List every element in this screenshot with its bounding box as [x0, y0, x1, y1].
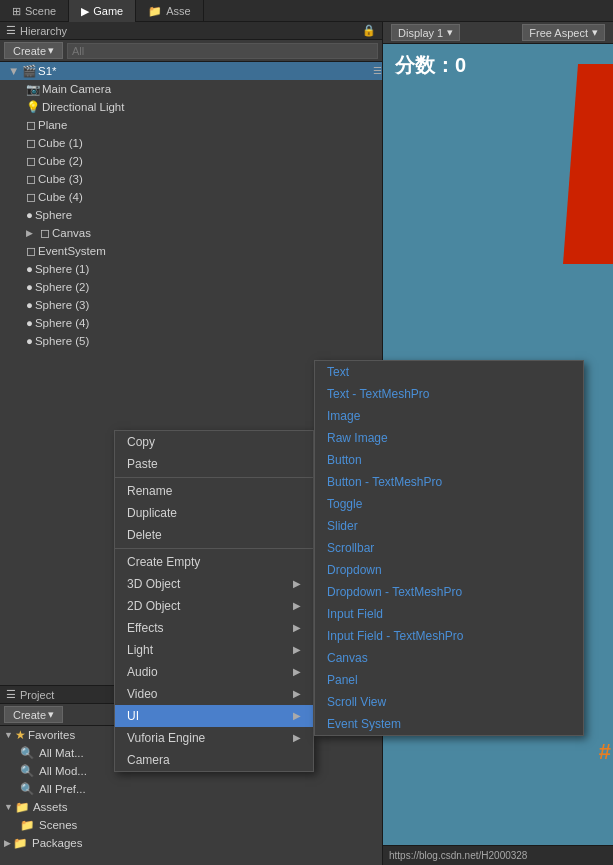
tree-item-sphere3[interactable]: ● Sphere (3) — [0, 296, 382, 314]
ctx-ui-scrollbar[interactable]: Scrollbar — [315, 537, 583, 559]
favorites-star: ★ — [15, 726, 26, 744]
tree-item-sphere5[interactable]: ● Sphere (5) — [0, 332, 382, 350]
tree-item-directional-light[interactable]: 💡 Directional Light — [0, 98, 382, 116]
submenu-arrow: ▶ — [293, 705, 301, 727]
project-item-scenes[interactable]: 📁 Scenes — [0, 816, 382, 834]
ctx-ui-image[interactable]: Image — [315, 405, 583, 427]
folder-icon: 📁 — [20, 816, 34, 834]
ctx-ui-text-tmp[interactable]: Text - TextMeshPro — [315, 383, 583, 405]
project-item-all-prefabs[interactable]: 🔍 All Pref... — [0, 780, 382, 798]
scene-menu-icon: ☰ — [373, 62, 382, 80]
ctx-rename[interactable]: Rename — [115, 480, 313, 502]
ctx-copy[interactable]: Copy — [115, 431, 313, 453]
ctx-ui-button-tmp[interactable]: Button - TextMeshPro — [315, 471, 583, 493]
sphere-icon: ● — [26, 296, 33, 314]
ctx-paste[interactable]: Paste — [115, 453, 313, 475]
tree-item-cube2[interactable]: ◻ Cube (2) — [0, 152, 382, 170]
collapse-arrow: ▼ — [8, 62, 20, 80]
folder-icon: 📁 — [13, 834, 27, 852]
cube-icon: ◻ — [26, 170, 36, 188]
ctx-ui-canvas[interactable]: Canvas — [315, 647, 583, 669]
ctx-ui-panel[interactable]: Panel — [315, 669, 583, 691]
dropdown-chevron: ▾ — [447, 26, 453, 39]
ctx-2dobject[interactable]: 2D Object ▶ — [115, 595, 313, 617]
context-menu-right: Text Text - TextMeshPro Image Raw Image … — [314, 360, 584, 736]
display-row: Display 1 ▾ Free Aspect ▾ — [383, 22, 613, 44]
tree-item-sphere1[interactable]: ● Sphere (1) — [0, 260, 382, 278]
cube-icon: ◻ — [26, 152, 36, 170]
ctx-create-empty[interactable]: Create Empty — [115, 551, 313, 573]
sphere-icon: ● — [26, 260, 33, 278]
submenu-arrow: ▶ — [293, 617, 301, 639]
ctx-ui-button[interactable]: Button — [315, 449, 583, 471]
sphere-icon: ● — [26, 278, 33, 296]
dropdown-icon: ▾ — [48, 44, 54, 57]
context-menu-left: Copy Paste Rename Duplicate Delete Creat… — [114, 430, 314, 772]
cube-icon: ◻ — [26, 134, 36, 152]
url-bar: https://blog.csdn.net/H2000328 — [383, 845, 613, 865]
assets-arrow: ▼ — [4, 798, 13, 816]
ctx-ui-dropdown[interactable]: Dropdown — [315, 559, 583, 581]
tree-item-sphere[interactable]: ● Sphere — [0, 206, 382, 224]
ctx-ui-event-system[interactable]: Event System — [315, 713, 583, 735]
ctx-video[interactable]: Video ▶ — [115, 683, 313, 705]
ctx-divider2 — [115, 548, 313, 549]
ctx-ui-raw-image[interactable]: Raw Image — [315, 427, 583, 449]
tree-item-sphere2[interactable]: ● Sphere (2) — [0, 278, 382, 296]
project-item-packages[interactable]: ▶ 📁 Packages — [0, 834, 382, 852]
ctx-ui-input-field-tmp[interactable]: Input Field - TextMeshPro — [315, 625, 583, 647]
tree-item-plane[interactable]: ◻ Plane — [0, 116, 382, 134]
project-item-assets[interactable]: ▼ 📁 Assets — [0, 798, 382, 816]
ctx-light[interactable]: Light ▶ — [115, 639, 313, 661]
ctx-ui-dropdown-tmp[interactable]: Dropdown - TextMeshPro — [315, 581, 583, 603]
ctx-delete[interactable]: Delete — [115, 524, 313, 546]
hierarchy-header: ☰ Hierarchy 🔒 — [0, 22, 382, 40]
ctx-vuforia[interactable]: Vuforia Engine ▶ — [115, 727, 313, 749]
folder-icon: 📁 — [15, 798, 29, 816]
canvas-arrow: ▶ — [26, 224, 38, 242]
ctx-ui[interactable]: UI ▶ — [115, 705, 313, 727]
submenu-arrow: ▶ — [293, 727, 301, 749]
camera-icon: 📷 — [26, 80, 40, 98]
tree-item-main-camera[interactable]: 📷 Main Camera — [0, 80, 382, 98]
tab-asset[interactable]: 📁 Asse — [136, 0, 203, 22]
plane-icon: ◻ — [26, 116, 36, 134]
ctx-ui-text[interactable]: Text — [315, 361, 583, 383]
aspect-dropdown[interactable]: Free Aspect ▾ — [522, 24, 605, 41]
search-icon: 🔍 — [20, 744, 34, 762]
search-icon: 🔍 — [20, 780, 34, 798]
game-red-shape — [563, 64, 613, 264]
scene-icon: 🎬 — [22, 62, 36, 80]
tab-scene[interactable]: ⊞ Scene — [0, 0, 69, 22]
hierarchy-create-button[interactable]: Create ▾ — [4, 42, 63, 59]
ctx-camera[interactable]: Camera — [115, 749, 313, 771]
tree-item-cube3[interactable]: ◻ Cube (3) — [0, 170, 382, 188]
tree-item-cube1[interactable]: ◻ Cube (1) — [0, 134, 382, 152]
tree-item-canvas[interactable]: ▶ ◻ Canvas — [0, 224, 382, 242]
submenu-arrow: ▶ — [293, 661, 301, 683]
project-create-button[interactable]: Create ▾ — [4, 706, 63, 723]
display-dropdown[interactable]: Display 1 ▾ — [391, 24, 460, 41]
ctx-duplicate[interactable]: Duplicate — [115, 502, 313, 524]
light-icon: 💡 — [26, 98, 40, 116]
ctx-effects[interactable]: Effects ▶ — [115, 617, 313, 639]
tree-item-sphere4[interactable]: ● Sphere (4) — [0, 314, 382, 332]
hierarchy-search-input[interactable] — [67, 43, 378, 59]
hierarchy-scene-root[interactable]: ▼ 🎬 S1* ☰ — [0, 62, 382, 80]
tree-item-eventsystem[interactable]: ◻ EventSystem — [0, 242, 382, 260]
ctx-ui-toggle[interactable]: Toggle — [315, 493, 583, 515]
favorites-arrow: ▼ — [4, 726, 13, 744]
ctx-audio[interactable]: Audio ▶ — [115, 661, 313, 683]
ctx-ui-scroll-view[interactable]: Scroll View — [315, 691, 583, 713]
ctx-ui-slider[interactable]: Slider — [315, 515, 583, 537]
top-tab-bar: ⊞ Scene ▶ Game 📁 Asse — [0, 0, 613, 22]
lock-icon: 🔒 — [362, 24, 376, 37]
hierarchy-title: Hierarchy — [20, 25, 67, 37]
project-title: Project — [20, 689, 54, 701]
ctx-3dobject[interactable]: 3D Object ▶ — [115, 573, 313, 595]
aspect-chevron: ▾ — [592, 26, 598, 39]
tree-item-cube4[interactable]: ◻ Cube (4) — [0, 188, 382, 206]
tab-game[interactable]: ▶ Game — [69, 0, 136, 22]
sphere-icon: ● — [26, 332, 33, 350]
ctx-ui-input-field[interactable]: Input Field — [315, 603, 583, 625]
